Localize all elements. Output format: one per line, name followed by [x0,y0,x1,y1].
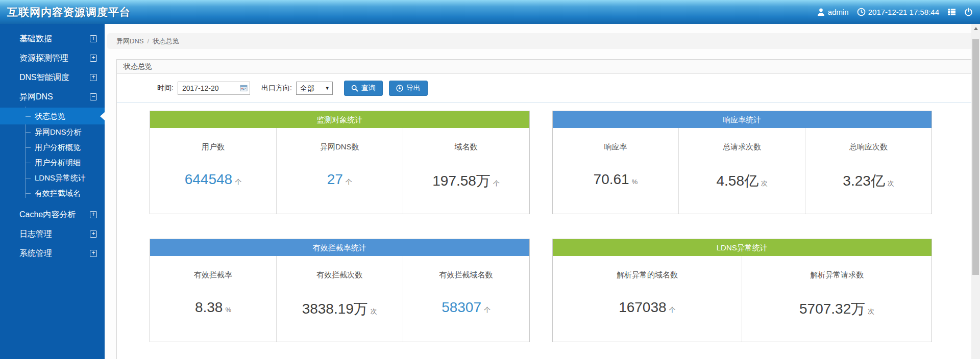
export-button[interactable]: 导出 [389,81,428,96]
stat-number: 5707.32万 [799,301,865,317]
direction-selected-value: 全部 [300,84,314,92]
stat-value: 5707.32万次 [742,299,932,319]
collapse-minus-icon[interactable]: − [90,93,97,100]
user-icon [817,8,825,16]
sidebar-item-异网DNS[interactable]: 异网DNS− [0,87,105,107]
sidebar-item-系统管理[interactable]: 系统管理+ [0,244,105,263]
stat-value: 8.38% [150,299,276,316]
main-content: 异网DNS / 状态总览 状态总览 时间: 出口方向: 全部 ▼ [105,24,980,359]
stat-value[interactable]: 58307个 [403,299,529,316]
sidebar-item-label: 基础数据 [19,34,52,44]
sidebar-item-DNS智能调度[interactable]: DNS智能调度+ [0,68,105,87]
sidebar-subitem-状态总览[interactable]: 状态总览 [0,108,105,124]
expand-plus-icon[interactable]: + [90,74,97,81]
stat-unit: 个 [484,306,491,314]
stat-value: 4.58亿次 [679,171,805,191]
card-body: 用户数644548个异网DNS数27个域名数197.58万个 [150,128,529,214]
stat-label: 用户数 [150,142,276,152]
stat-unit: 个 [669,306,676,314]
stat-cards: 监测对象统计用户数644548个异网DNS数27个域名数197.58万个响应率统… [117,103,973,359]
stat-异网DNS数: 异网DNS数27个 [276,128,403,214]
stat-label: 总响应次数 [805,142,932,152]
stat-value: 3.23亿次 [805,171,932,191]
stat-number[interactable]: 58307 [442,299,481,315]
sidebar-subitem-label: 用户分析明细 [35,158,81,167]
sidebar-subitem-用户分析概览[interactable]: 用户分析概览 [0,140,105,155]
user-menu[interactable]: admin [817,8,849,16]
stat-unit: 次 [761,179,768,187]
sidebar-item-基础数据[interactable]: 基础数据+ [0,29,105,48]
tree-tick [26,193,31,194]
power-icon[interactable] [964,8,973,16]
sidebar-item-资源探测管理[interactable]: 资源探测管理+ [0,48,105,68]
filter-bar: 时间: 出口方向: 全部 ▼ 查询 [117,74,973,103]
stat-label: 响应率 [553,142,679,152]
sidebar-item-label: 日志管理 [19,229,52,240]
breadcrumb: 异网DNS / 状态总览 [107,33,973,49]
sidebar-subitem-有效拦截域名[interactable]: 有效拦截域名 [0,186,105,201]
expand-plus-icon[interactable]: + [90,35,97,42]
datetime-text: 2017-12-21 17:58:44 [868,8,939,16]
stat-number[interactable]: 27 [327,171,343,187]
direction-label: 出口方向: [261,84,292,93]
tree-tick [26,178,31,178]
stat-value: 70.61% [553,171,679,188]
breadcrumb-parent[interactable]: 异网DNS [116,37,143,46]
stat-label: 有效拦截次数 [277,270,403,280]
clock-icon [857,8,866,16]
scrollbar-thumb[interactable] [972,39,979,275]
sidebar-subitem-label: 有效拦截域名 [35,189,81,197]
stat-value: 197.58万个 [403,171,529,191]
sidebar-subitem-用户分析明细[interactable]: 用户分析明细 [0,155,105,170]
stat-unit: % [225,306,231,314]
breadcrumb-separator: / [147,37,149,45]
stat-总请求次数: 总请求次数4.58亿次 [678,128,805,214]
date-input[interactable] [178,82,250,95]
card-title: 监测对象统计 [150,111,529,128]
sidebar-subitem-label: 用户分析概览 [35,143,81,151]
expand-plus-icon[interactable]: + [90,250,97,257]
direction-select[interactable]: 全部 ▼ [296,82,333,95]
stat-unit: 次 [371,307,377,315]
grid-menu-icon[interactable] [947,8,956,16]
tree-tick [26,116,31,117]
sidebar-item-label: 资源探测管理 [19,53,68,64]
stat-value[interactable]: 644548个 [150,171,276,188]
stat-number: 167038 [619,299,666,315]
calendar-icon[interactable] [240,84,248,92]
expand-plus-icon[interactable]: + [90,230,97,238]
expand-plus-icon[interactable]: + [90,55,97,62]
stat-unit: 个 [493,179,500,187]
header-right: admin 2017-12-21 17:58:44 [817,8,973,16]
search-button[interactable]: 查询 [344,81,383,96]
stat-value[interactable]: 27个 [277,171,403,188]
stat-number: 4.58亿 [716,173,758,189]
stat-card-监测对象统计: 监测对象统计用户数644548个异网DNS数27个域名数197.58万个 [150,111,530,214]
search-button-label: 查询 [361,84,376,93]
sidebar-item-日志管理[interactable]: 日志管理+ [0,224,105,244]
expand-plus-icon[interactable]: + [90,211,97,218]
stat-number: 8.38 [195,299,223,315]
sidebar-subitem-异网DNS分析[interactable]: 异网DNS分析 [0,124,105,140]
download-icon [396,85,403,92]
export-button-label: 导出 [406,84,421,93]
sidebar: 基础数据+资源探测管理+DNS智能调度+异网DNS−状态总览异网DNS分析用户分… [0,24,105,359]
stat-label: 有效拦截域名数 [403,270,529,280]
sidebar-subitem-LDNS异常统计[interactable]: LDNS异常统计 [0,170,105,186]
sidebar-item-Cache内容分析[interactable]: Cache内容分析+ [0,205,105,224]
stat-有效拦截次数: 有效拦截次数3838.19万次 [276,256,403,342]
card-body: 响应率70.61%总请求次数4.58亿次总响应次数3.23亿次 [553,128,932,214]
scroll-up-arrow-icon[interactable] [971,24,980,33]
search-icon [351,85,358,92]
tree-tick [26,132,31,133]
tree-tick [26,163,31,163]
panel-title: 状态总览 [117,60,973,74]
stat-number: 3838.19万 [302,301,368,317]
stat-number: 3.23亿 [843,173,885,189]
stat-unit: 个 [346,178,352,186]
vertical-scrollbar[interactable] [971,24,980,359]
card-title: 有效拦截率统计 [150,239,529,256]
stat-number[interactable]: 644548 [185,171,232,187]
card-title: 响应率统计 [553,111,932,128]
stat-有效拦截率: 有效拦截率8.38% [150,256,276,342]
